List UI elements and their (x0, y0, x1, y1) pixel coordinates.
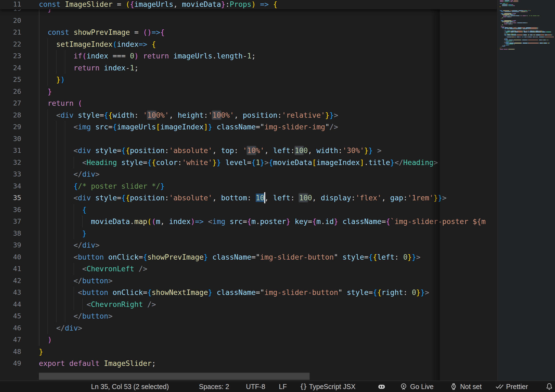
code-line[interactable]: 21const showPrevImage = ()=>{ (0, 26, 497, 38)
indent-guide (65, 157, 66, 169)
code-line[interactable]: 22setImageIndex(index=> { (0, 38, 497, 50)
code-line[interactable]: 34{/* poster slider */} (0, 180, 497, 192)
indent-guide (56, 287, 57, 298)
status-item-encoding[interactable]: UTF-8 (246, 381, 265, 392)
code-text: movieData.map((m, index)=> <img src={m.p… (91, 216, 485, 228)
status-item-indentation[interactable]: Spaces: 2 (199, 381, 229, 392)
code-line[interactable]: 41<ChevronLeft /> (0, 263, 497, 275)
code-line[interactable]: 40<button onClick={showPrevImage} classN… (0, 251, 497, 263)
code-line[interactable]: 11const ImageSlider = ({imageUrls, movie… (0, 0, 497, 9)
indent-guide (48, 251, 48, 263)
indent-guide (48, 263, 48, 275)
minimap-line (543, 31, 544, 31)
line-number[interactable]: 36 (0, 204, 21, 216)
line-number[interactable]: 33 (0, 168, 21, 180)
line-number[interactable]: 24 (0, 62, 21, 74)
code-line[interactable]: 46</div> (0, 322, 497, 334)
line-number[interactable]: 39 (0, 239, 21, 251)
status-item-prettier[interactable]: Prettier (495, 381, 528, 392)
sticky-scroll-header[interactable]: 11const ImageSlider = ({imageUrls, movie… (0, 0, 497, 9)
code-line[interactable]: 30 (0, 133, 497, 145)
code-line[interactable]: 27return ( (0, 97, 497, 109)
horizontal-scrollbar-thumb[interactable] (39, 373, 310, 380)
indent-guide (65, 204, 66, 216)
code-line[interactable]: 45</button> (0, 310, 497, 322)
minimap-line (506, 33, 507, 33)
line-number[interactable]: 31 (0, 145, 21, 157)
line-number[interactable]: 30 (0, 133, 21, 145)
minimap-line (549, 43, 550, 43)
line-number[interactable]: 23 (0, 50, 21, 62)
code-line[interactable]: 28<div style={{width: '100%', height:'10… (0, 109, 497, 121)
status-item-cursor-position[interactable]: Ln 35, Col 53 (2 selected) (91, 381, 169, 392)
minimap-line (500, 0, 503, 1)
line-number[interactable]: 48 (0, 346, 21, 358)
line-number[interactable]: 43 (0, 287, 21, 298)
line-number[interactable]: 25 (0, 74, 21, 86)
indent-guide (39, 26, 39, 38)
line-number[interactable]: 26 (0, 86, 21, 98)
status-item-go-live[interactable]: Go Live (400, 381, 434, 392)
code-line[interactable]: 42</button> (0, 275, 497, 287)
code-line[interactable]: 23if(index === 0) return imageUrls.lengt… (0, 50, 497, 62)
code-line[interactable]: 44<ChevronRight /> (0, 298, 497, 310)
line-number[interactable]: 47 (0, 334, 21, 346)
code-line[interactable]: 29<img src={imageUrls[imageIndex]} class… (0, 121, 497, 133)
line-number[interactable]: 22 (0, 38, 21, 50)
status-item-language-mode[interactable]: {}TypeScript JSX (300, 381, 356, 392)
indent-guide (74, 216, 74, 228)
line-number[interactable]: 27 (0, 97, 21, 109)
line-number[interactable]: 42 (0, 275, 21, 287)
minimap-content (498, 0, 555, 381)
code-line[interactable]: 36{ (0, 204, 497, 216)
line-number[interactable]: 32 (0, 157, 21, 169)
line-number[interactable]: 37 (0, 216, 21, 228)
minimap-line (500, 1, 503, 2)
code-line[interactable]: 48} (0, 346, 497, 358)
code-line[interactable]: 47) (0, 334, 497, 346)
line-number[interactable]: 38 (0, 228, 21, 239)
status-item-notifications[interactable] (545, 381, 553, 392)
minimap-line (507, 35, 510, 35)
code-line[interactable]: 37movieData.map((m, index)=> <img src={m… (0, 216, 497, 228)
indent-guide (65, 287, 66, 298)
indent-guide (39, 109, 39, 121)
code-line[interactable]: 31<div style={{position:'absolute', top:… (0, 145, 497, 157)
code-line[interactable]: 32<Heading style={{color:'white'}} level… (0, 157, 497, 169)
minimap[interactable] (497, 0, 555, 381)
line-number[interactable]: 29 (0, 121, 21, 133)
code-line[interactable]: 24return index-1; (0, 62, 497, 74)
minimap-line (517, 27, 517, 28)
code-line[interactable]: 38} (0, 228, 497, 239)
line-number[interactable]: 45 (0, 310, 21, 322)
minimap-line (510, 21, 513, 22)
status-item-eol-sequence[interactable]: LF (279, 381, 287, 392)
line-number[interactable]: 20 (0, 15, 21, 27)
line-number[interactable]: 28 (0, 109, 21, 121)
indent-guide (39, 192, 39, 204)
code-line[interactable]: 33</div> (0, 168, 497, 180)
minimap-line (505, 34, 506, 34)
minimap-line (548, 40, 549, 40)
minimap-line (527, 23, 528, 23)
line-number[interactable]: 49 (0, 357, 21, 369)
line-number[interactable]: 40 (0, 251, 21, 263)
code-editor[interactable]: 19}2021const showPrevImage = ()=>{22setI… (0, 0, 497, 381)
line-number[interactable]: 34 (0, 180, 21, 192)
status-item-profile-timer[interactable]: Not set (450, 381, 482, 392)
line-number[interactable]: 46 (0, 322, 21, 334)
code-line[interactable]: 39</div> (0, 239, 497, 251)
code-line[interactable]: 43<button onClick={showNextImage} classN… (0, 287, 497, 298)
code-line[interactable]: 35<div style={{position:'absolute', bott… (0, 192, 497, 204)
code-line[interactable]: 20 (0, 15, 497, 27)
code-line[interactable]: 26} (0, 86, 497, 98)
line-number[interactable]: 41 (0, 263, 21, 275)
line-number[interactable]: 35 (0, 192, 21, 204)
line-number[interactable]: 21 (0, 26, 21, 38)
minimap-line (523, 15, 526, 16)
status-item-copilot[interactable] (378, 381, 386, 392)
code-line[interactable]: 25}) (0, 74, 497, 86)
line-number[interactable]: 44 (0, 298, 21, 310)
line-number[interactable]: 11 (0, 0, 21, 8)
code-line[interactable]: 49export default ImageSlider; (0, 357, 497, 369)
